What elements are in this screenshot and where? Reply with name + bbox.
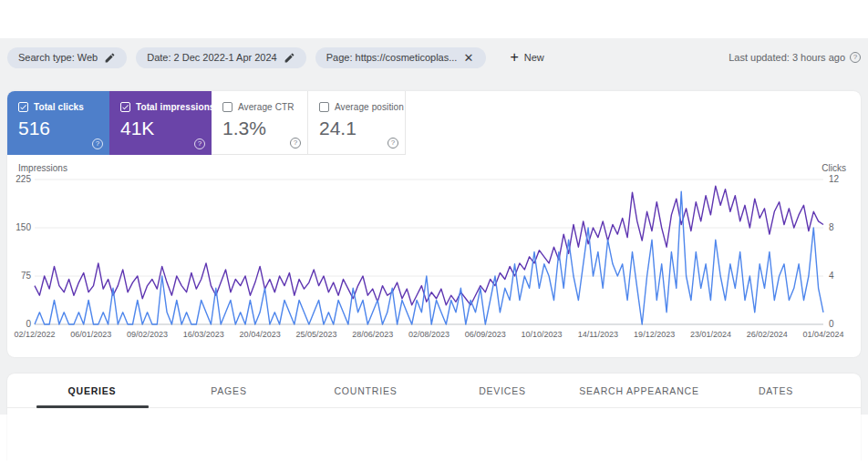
close-icon[interactable]: ✕ [463, 52, 475, 64]
x-axis-tick-label: 02/12/2022 [14, 330, 55, 339]
x-axis-tick-label: 19/12/2023 [634, 330, 675, 339]
x-axis-tick-label: 09/02/2023 [127, 330, 168, 339]
x-axis-tick-label: 26/02/2024 [747, 330, 788, 339]
tab-bar: QUERIES PAGES COUNTRIES DEVICES SEARCH A… [7, 374, 861, 408]
date-range-chip-label: Date: 2 Dec 2022-1 Apr 2024 [147, 52, 276, 63]
performance-card: Total clicks 516 ? Total impressions 41K… [7, 91, 861, 357]
filter-bar: Search type: Web Date: 2 Dec 2022-1 Apr … [7, 46, 861, 68]
average-position-tile[interactable]: Average position 24.1 ? [308, 91, 406, 155]
date-range-chip[interactable]: Date: 2 Dec 2022-1 Apr 2024 [136, 47, 305, 68]
total-impressions-tile[interactable]: Total impressions 41K ? [109, 91, 212, 155]
tab-countries[interactable]: COUNTRIES [297, 374, 434, 407]
average-position-label: Average position [335, 102, 404, 112]
checkbox-unchecked-icon[interactable] [222, 102, 232, 112]
total-impressions-label: Total impressions [136, 102, 215, 112]
tab-dates[interactable]: DATES [708, 374, 844, 407]
total-clicks-tile[interactable]: Total clicks 516 ? [7, 91, 109, 155]
total-clicks-value: 516 [18, 118, 98, 139]
help-icon[interactable]: ? [290, 132, 301, 149]
dimensions-card: QUERIES PAGES COUNTRIES DEVICES SEARCH A… [7, 374, 861, 461]
x-axis-tick-label: 25/05/2023 [295, 330, 336, 339]
series-line-impressions [35, 186, 823, 305]
tab-search-appearance[interactable]: SEARCH APPEARANCE [571, 374, 708, 407]
x-axis-tick-label: 10/10/2023 [522, 330, 563, 339]
average-ctr-tile[interactable]: Average CTR 1.3% ? [212, 91, 308, 155]
right-axis-tick-label: 12 [829, 174, 839, 184]
plus-icon: + [510, 50, 518, 65]
average-ctr-label: Average CTR [238, 102, 294, 112]
total-clicks-label: Total clicks [34, 102, 84, 112]
x-axis-tick-label: 06/09/2023 [465, 330, 506, 339]
edit-icon[interactable] [284, 52, 295, 64]
x-axis-tick-label: 20/04/2023 [240, 330, 281, 339]
new-filter-button[interactable]: + New [502, 46, 551, 68]
checkbox-unchecked-icon[interactable] [319, 102, 329, 112]
right-axis-tick-label: 4 [829, 271, 834, 281]
left-axis-tick-label: 150 [7, 222, 31, 232]
average-ctr-value: 1.3% [222, 118, 296, 139]
help-icon[interactable]: ? [850, 52, 861, 63]
x-axis-tick-label: 23/01/2024 [690, 330, 731, 339]
right-axis-tick-label: 8 [829, 222, 834, 232]
tab-queries[interactable]: QUERIES [24, 374, 160, 407]
performance-chart[interactable]: Impressions Clicks 225150750 12840 02/12… [7, 155, 861, 357]
chart-svg [7, 155, 861, 337]
x-axis-tick-label: 01/04/2024 [802, 330, 843, 339]
checkbox-checked-icon[interactable] [18, 102, 28, 112]
new-filter-button-label: New [524, 52, 544, 63]
edit-icon[interactable] [104, 52, 116, 64]
last-updated-label: Last updated: 3 hours ago [728, 52, 845, 63]
help-icon[interactable]: ? [92, 133, 103, 149]
metric-tiles: Total clicks 516 ? Total impressions 41K… [7, 91, 406, 155]
x-axis-tick-label: 28/06/2023 [352, 330, 393, 339]
page-filter-chip[interactable]: Page: https://cosmeticoplas... ✕ [315, 47, 487, 68]
left-axis-tick-label: 225 [7, 174, 31, 184]
x-axis-tick-label: 16/03/2023 [183, 330, 224, 339]
last-updated-text: Last updated: 3 hours ago ? [728, 52, 861, 63]
help-icon[interactable]: ? [194, 133, 205, 149]
page-filter-chip-label: Page: https://cosmeticoplas... [326, 52, 458, 63]
help-icon[interactable]: ? [388, 132, 398, 149]
total-impressions-value: 41K [120, 118, 201, 139]
search-type-chip[interactable]: Search type: Web [7, 47, 127, 68]
tab-devices[interactable]: DEVICES [434, 374, 571, 407]
left-axis-tick-label: 75 [7, 271, 31, 281]
search-type-chip-label: Search type: Web [18, 52, 98, 63]
checkbox-checked-icon[interactable] [120, 102, 130, 112]
tab-pages[interactable]: PAGES [160, 374, 297, 407]
x-axis-tick-label: 06/01/2023 [70, 330, 111, 339]
x-axis-tick-label: 14/11/2023 [578, 330, 618, 339]
left-axis-tick-label: 0 [7, 319, 31, 329]
search-console-performance-page: Search type: Web Date: 2 Dec 2022-1 Apr … [0, 0, 868, 461]
average-position-value: 24.1 [319, 118, 394, 139]
series-line-clicks [35, 191, 823, 324]
right-axis-tick-label: 0 [829, 319, 834, 329]
x-axis-tick-label: 02/08/2023 [408, 330, 450, 339]
